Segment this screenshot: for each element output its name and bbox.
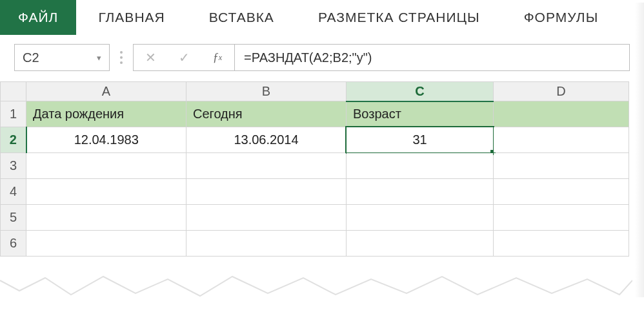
name-box[interactable]: C2 ▾ (14, 44, 110, 71)
select-all-corner[interactable] (1, 82, 26, 101)
tab-insert[interactable]: ВСТАВКА (187, 0, 296, 35)
cell-A6[interactable] (26, 231, 186, 257)
cell-D3[interactable] (494, 153, 629, 179)
cell-B1[interactable]: Сегодня (186, 101, 347, 127)
cell-C6[interactable] (347, 231, 494, 257)
tab-page-layout[interactable]: РАЗМЕТКА СТРАНИЦЫ (296, 0, 502, 35)
cell-D1[interactable] (494, 101, 629, 127)
col-head-A[interactable]: A (26, 82, 186, 101)
cell-A1[interactable]: Дата рождения (26, 101, 186, 127)
tab-home[interactable]: ГЛАВНАЯ (76, 0, 186, 35)
cell-B6[interactable] (186, 231, 347, 257)
cell-D2[interactable] (494, 127, 629, 153)
cell-C1[interactable]: Возраст (347, 101, 494, 127)
name-box-divider (110, 44, 133, 71)
cell-B3[interactable] (186, 153, 347, 179)
table-row: 6 (1, 231, 629, 257)
cell-C4[interactable] (347, 179, 494, 205)
cell-D5[interactable] (494, 205, 629, 231)
col-head-D[interactable]: D (494, 82, 629, 101)
cell-A2[interactable]: 12.04.1983 (26, 127, 186, 153)
cell-D4[interactable] (494, 179, 629, 205)
formula-row: C2 ▾ ✕ ✓ ƒx =РАЗНДАТ(A2;B2;"y") (0, 35, 644, 78)
row-head-6[interactable]: 6 (1, 231, 26, 257)
cancel-icon[interactable]: ✕ (134, 50, 167, 65)
enter-icon[interactable]: ✓ (167, 50, 201, 65)
chevron-down-icon[interactable]: ▾ (97, 53, 101, 63)
col-head-C[interactable]: C (347, 82, 494, 101)
table-row: 1 Дата рождения Сегодня Возраст (1, 101, 629, 127)
cell-C5[interactable] (347, 205, 494, 231)
row-head-4[interactable]: 4 (1, 179, 26, 205)
row-head-1[interactable]: 1 (1, 101, 26, 127)
grid: A B C D 1 Дата рождения Сегодня Возраст … (0, 81, 629, 257)
col-head-B[interactable]: B (186, 82, 347, 101)
table-row: 3 (1, 153, 629, 179)
tab-formulas[interactable]: ФОРМУЛЫ (502, 0, 621, 35)
cell-C2-value: 31 (412, 132, 427, 147)
cell-B2[interactable]: 13.06.2014 (186, 127, 347, 153)
name-box-value: C2 (23, 50, 39, 65)
cell-B4[interactable] (186, 179, 347, 205)
table-row: 2 12.04.1983 13.06.2014 31 (1, 127, 629, 153)
formula-input[interactable]: =РАЗНДАТ(A2;B2;"y") (235, 44, 630, 71)
cell-A5[interactable] (26, 205, 186, 231)
row-head-5[interactable]: 5 (1, 205, 26, 231)
cell-B5[interactable] (186, 205, 347, 231)
tab-file[interactable]: ФАЙЛ (0, 0, 76, 35)
torn-edge-bottom (0, 268, 632, 306)
row-head-2[interactable]: 2 (1, 127, 26, 153)
column-headers: A B C D (1, 82, 629, 101)
formula-bar-buttons: ✕ ✓ ƒx (133, 44, 235, 71)
table-row: 5 (1, 205, 629, 231)
cell-C3[interactable] (347, 153, 494, 179)
ribbon-tabs: ФАЙЛ ГЛАВНАЯ ВСТАВКА РАЗМЕТКА СТРАНИЦЫ Ф… (0, 0, 644, 35)
cell-A4[interactable] (26, 179, 186, 205)
cell-D6[interactable] (494, 231, 629, 257)
cell-C2[interactable]: 31 (347, 127, 494, 153)
cell-A3[interactable] (26, 153, 186, 179)
formula-input-text: =РАЗНДАТ(A2;B2;"y") (244, 50, 372, 65)
spreadsheet: A B C D 1 Дата рождения Сегодня Возраст … (0, 78, 644, 257)
row-head-3[interactable]: 3 (1, 153, 26, 179)
table-row: 4 (1, 179, 629, 205)
fx-icon[interactable]: ƒx (201, 51, 234, 65)
